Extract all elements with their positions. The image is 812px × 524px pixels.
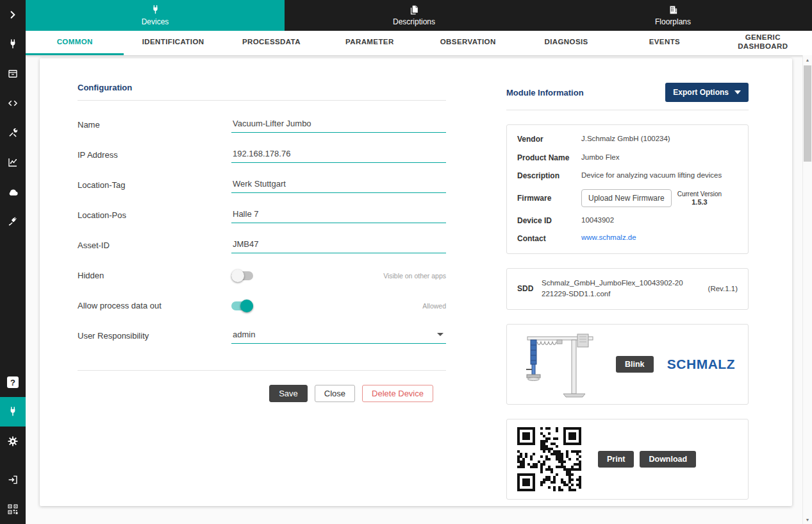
sidebar-item-expand[interactable] [0,0,26,30]
sidebar-item-cloud[interactable] [0,177,26,207]
tab-common[interactable]: COMMON [26,31,124,55]
blink-button[interactable]: Blink [616,356,654,373]
ip-address-field-row: IP Address [78,140,446,170]
firmware-version-label: Current Version [677,190,722,198]
user-responsibility-select[interactable]: admin [231,328,446,344]
delete-device-button[interactable]: Delete Device [362,385,433,402]
document-icon [409,4,420,15]
module-info-card: Vendor J.Schmalz GmbH (100234) Product N… [506,124,749,254]
plug-icon [150,4,161,15]
divider [78,100,446,101]
vertical-scrollbar[interactable]: ▲ ▼ [802,55,812,524]
login-icon [7,474,19,486]
hidden-note: Visible on other apps [383,272,446,280]
sidebar-item-code[interactable] [0,89,26,118]
sidebar-item-packages[interactable] [0,59,26,89]
asset-id-input[interactable] [231,237,446,253]
device-image-card: Blink SCHMALZ [506,324,749,405]
building-icon [668,4,679,15]
qr-code-svg [517,427,581,491]
export-options-button[interactable]: Export Options [665,83,749,102]
chevron-right-icon [8,10,18,20]
sidebar-item-device-active[interactable] [0,397,26,427]
hidden-field-row: Hidden Visible on other apps [78,260,446,291]
schmalz-logo: SCHMALZ [667,357,735,372]
tab-processdata[interactable]: PROCESSDATA [222,31,320,55]
configuration-title: Configuration [78,83,446,92]
qr-scanner-icon [7,503,19,515]
contact-row: Contact www.schmalz.de [517,233,738,243]
device-id-label: Device ID [517,216,581,225]
tab-identification[interactable]: IDENTIFICATION [124,31,222,55]
sdd-revision: (Rev.1.1) [708,285,738,292]
sidebar-item-connections[interactable] [0,207,26,236]
print-button[interactable]: Print [598,451,634,468]
top-tab-label: Devices [142,17,169,26]
sidebar: ? [0,0,26,524]
upload-firmware-button[interactable]: Upload New Firmware [581,189,672,207]
name-input[interactable] [231,117,446,133]
chart-icon [7,156,19,168]
tab-label: GENERIC DASHBOARD [733,33,792,50]
firmware-label: Firmware [517,193,581,203]
firmware-row: Firmware Upload New Firmware Current Ver… [517,189,738,207]
sidebar-item-settings[interactable] [0,427,26,456]
location-pos-field-row: Location-Pos [78,200,446,230]
scrollbar-thumb[interactable] [804,65,811,162]
tab-parameter[interactable]: PARAMETER [320,31,418,55]
sdd-label: SDD [517,284,542,293]
toggle-knob [231,269,244,282]
scrollbar-down-arrow[interactable]: ▼ [803,515,812,524]
top-tab-descriptions[interactable]: Descriptions [285,0,543,31]
device-detail-card: Configuration Name IP Address Location-T [40,58,792,506]
top-tab-floorplans[interactable]: Floorplans [543,0,802,31]
tab-observation[interactable]: OBSERVATION [419,31,517,55]
close-button[interactable]: Close [315,385,355,402]
code-icon [7,97,19,109]
tab-label: EVENTS [649,38,680,46]
sidebar-item-devices[interactable] [0,30,26,59]
chevron-down-icon [437,333,443,336]
location-pos-label: Location-Pos [78,210,231,220]
gear-icon [7,435,19,447]
asset-id-label: Asset-ID [78,241,231,250]
user-responsibility-value: admin [233,330,255,339]
tools-icon [7,127,19,139]
firmware-version-value: 1.5.3 [677,198,722,206]
contact-label: Contact [517,233,581,243]
device-id-row: Device ID 10043902 [517,216,738,226]
tab-diagnosis[interactable]: DIAGNOSIS [517,31,615,55]
divider [78,370,446,371]
description-label: Description [517,171,581,180]
location-pos-input[interactable] [231,207,446,223]
configuration-form: Name IP Address Location-Tag Locati [78,110,446,351]
save-button[interactable]: Save [269,385,308,402]
tab-generic-dashboard[interactable]: GENERIC DASHBOARD [714,31,812,55]
plug-icon [7,406,19,418]
sidebar-item-analytics[interactable] [0,148,26,177]
tab-label: DIAGNOSIS [544,38,588,46]
scrollbar-up-arrow[interactable]: ▲ [803,55,812,64]
qr-code [517,427,581,491]
sidebar-item-help[interactable]: ? [0,368,26,397]
process-data-toggle[interactable] [231,301,253,310]
top-tab-devices[interactable]: Devices [26,0,285,31]
ip-address-input[interactable] [231,147,446,163]
divider [506,110,749,110]
tab-events[interactable]: EVENTS [615,31,713,55]
hidden-toggle[interactable] [231,271,253,280]
sidebar-item-qr[interactable] [0,494,26,524]
tab-label: COMMON [57,38,93,46]
sdd-filename: Schmalz_GmbH_JumboFlex_10043902-20221229… [542,278,686,300]
process-data-note: Allowed [422,302,446,310]
module-information-panel: Module Information Export Options Vendor… [506,83,749,506]
contact-link[interactable]: www.schmalz.de [581,233,636,241]
sidebar-item-login[interactable] [0,465,26,494]
location-tag-input[interactable] [231,177,446,193]
firmware-version: Current Version 1.5.3 [677,190,722,206]
top-tab-label: Descriptions [393,17,435,26]
sidebar-item-tools[interactable] [0,118,26,148]
name-label: Name [78,120,231,130]
download-button[interactable]: Download [640,451,696,468]
app-window: ? D [0,0,812,524]
